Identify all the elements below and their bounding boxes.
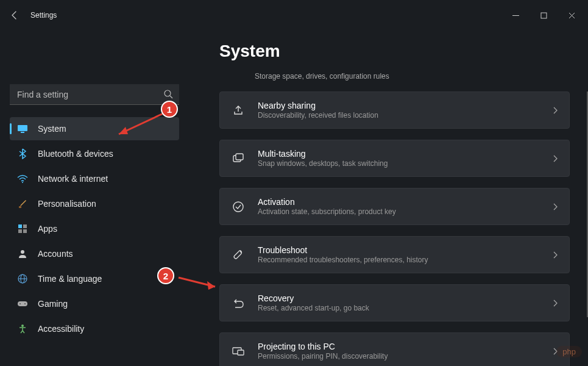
card-title: Recovery <box>258 293 552 303</box>
annotation-badge-2: 2 <box>157 267 174 284</box>
gamepad-icon <box>17 298 28 309</box>
maximize-icon <box>540 12 547 19</box>
svg-rect-5 <box>21 132 24 133</box>
sidebar-item-accounts[interactable]: Accounts <box>10 242 179 265</box>
check-circle-icon <box>231 199 246 214</box>
titlebar: Settings <box>0 0 588 30</box>
sidebar-item-accessibility[interactable]: Accessibility <box>10 317 179 340</box>
svg-rect-21 <box>236 154 243 160</box>
share-icon <box>231 103 246 118</box>
svg-line-3 <box>170 96 172 98</box>
minimize-button[interactable] <box>501 3 530 27</box>
sidebar-item-bluetooth[interactable]: Bluetooth & devices <box>10 142 179 165</box>
card-text: Nearby sharing Discoverability, received… <box>258 101 552 120</box>
card-title: Multi-tasking <box>258 149 552 159</box>
display-icon <box>17 123 28 134</box>
card-desc: Activation state, subscriptions, product… <box>258 207 552 216</box>
sidebar-item-time-language[interactable]: Time & language <box>10 267 179 290</box>
sidebar-item-label: Network & internet <box>38 174 108 184</box>
card-desc: Snap windows, desktops, task switching <box>258 159 552 168</box>
project-icon <box>231 344 246 359</box>
sidebar-item-apps[interactable]: Apps <box>10 217 179 240</box>
page-title: System <box>219 41 570 61</box>
card-title: Nearby sharing <box>258 101 552 110</box>
window-controls <box>501 3 586 27</box>
card-desc: Reset, advanced start-up, go back <box>258 304 552 312</box>
card-nearby-sharing[interactable]: Nearby sharing Discoverability, received… <box>219 92 570 129</box>
watermark: php <box>556 346 582 357</box>
chevron-right-icon <box>552 251 558 259</box>
back-arrow-icon <box>10 10 19 20</box>
search-input[interactable] <box>10 84 179 105</box>
svg-rect-1 <box>541 13 547 18</box>
card-text: Recovery Reset, advanced start-up, go ba… <box>258 293 552 312</box>
sidebar-item-label: Time & language <box>38 274 102 284</box>
card-projecting[interactable]: Projecting to this PC Permissions, pairi… <box>219 332 570 366</box>
card-desc: Permissions, pairing PIN, discoverabilit… <box>258 352 552 361</box>
svg-rect-4 <box>18 125 27 131</box>
close-button[interactable] <box>558 3 586 27</box>
close-icon <box>569 12 575 19</box>
annotation-badge-1: 1 <box>161 101 178 118</box>
svg-rect-11 <box>23 229 27 233</box>
svg-rect-7 <box>19 206 21 208</box>
accessibility-icon <box>17 323 28 334</box>
card-activation[interactable]: Activation Activation state, subscriptio… <box>219 188 570 225</box>
sidebar: System Bluetooth & devices Network & int… <box>0 30 189 366</box>
sidebar-item-personalisation[interactable]: Personalisation <box>10 192 179 215</box>
chevron-right-icon <box>552 154 558 163</box>
card-text: Activation Activation state, subscriptio… <box>258 197 552 216</box>
svg-point-2 <box>165 90 171 96</box>
card-text: Multi-tasking Snap windows, desktops, ta… <box>258 149 552 168</box>
back-button[interactable] <box>2 3 27 27</box>
sidebar-item-network[interactable]: Network & internet <box>10 167 179 190</box>
svg-point-12 <box>21 250 24 254</box>
apps-icon <box>17 223 28 234</box>
sidebar-item-label: Bluetooth & devices <box>38 149 113 159</box>
card-title: Troubleshoot <box>258 245 552 255</box>
svg-rect-24 <box>238 350 244 355</box>
svg-point-22 <box>233 202 243 212</box>
multitask-icon <box>231 151 246 166</box>
card-multitasking[interactable]: Multi-tasking Snap windows, desktops, ta… <box>219 140 570 177</box>
trailing-desc: Storage space, drives, configuration rul… <box>255 72 570 81</box>
brush-icon <box>17 198 28 209</box>
annotation-arrow-2 <box>175 274 224 293</box>
card-text: Projecting to this PC Permissions, pairi… <box>258 342 552 361</box>
chevron-right-icon <box>552 203 558 211</box>
card-desc: Discoverability, received files location <box>258 111 552 120</box>
card-troubleshoot[interactable]: Troubleshoot Recommended troubleshooters… <box>219 236 570 273</box>
nav-list: System Bluetooth & devices Network & int… <box>10 117 179 340</box>
person-icon <box>17 248 28 259</box>
sidebar-item-label: System <box>38 124 66 134</box>
annotation-arrow-1 <box>110 110 171 140</box>
card-title: Activation <box>258 197 552 207</box>
maximize-button[interactable] <box>530 3 558 27</box>
svg-rect-10 <box>18 229 22 233</box>
wifi-icon <box>17 173 28 184</box>
globe-icon <box>17 273 28 284</box>
sidebar-item-gaming[interactable]: Gaming <box>10 292 179 315</box>
svg-rect-16 <box>18 301 27 306</box>
wrench-icon <box>231 248 246 262</box>
chevron-right-icon <box>552 106 558 115</box>
window-title: Settings <box>30 11 57 20</box>
svg-point-18 <box>24 303 26 304</box>
search-icon <box>163 89 173 99</box>
chevron-right-icon <box>552 299 558 307</box>
recovery-icon <box>231 296 246 310</box>
sidebar-item-label: Personalisation <box>38 199 96 209</box>
bluetooth-icon <box>17 148 28 159</box>
card-recovery[interactable]: Recovery Reset, advanced start-up, go ba… <box>219 284 570 321</box>
svg-point-6 <box>22 182 23 183</box>
sidebar-item-label: Apps <box>38 224 57 234</box>
minimize-icon <box>512 12 519 19</box>
card-title: Projecting to this PC <box>258 342 552 351</box>
sidebar-item-label: Accounts <box>38 249 73 259</box>
card-desc: Recommended troubleshooters, preferences… <box>258 256 552 264</box>
card-text: Troubleshoot Recommended troubleshooters… <box>258 245 552 264</box>
svg-rect-9 <box>23 224 27 228</box>
search-box <box>10 84 179 105</box>
sidebar-item-label: Gaming <box>38 299 68 309</box>
sidebar-item-label: Accessibility <box>38 324 84 334</box>
